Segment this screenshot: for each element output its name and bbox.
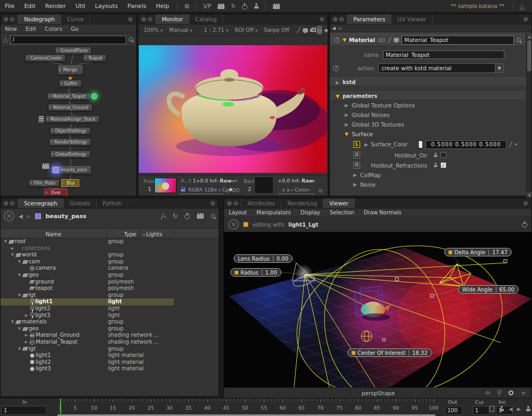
compare-icon[interactable]: ◈ (324, 26, 328, 34)
nodegraph-canvas[interactable]: GroundPlaneCameraCreateTeapotMergeGaffer… (1, 46, 136, 196)
monitor-tool-swipe-off[interactable]: Swipe Off (262, 27, 292, 33)
clear-back-icon[interactable]: ⊗ (318, 187, 323, 194)
link-icon[interactable] (378, 38, 385, 42)
monitor-tab-catalog[interactable]: Catalog (189, 14, 223, 24)
viewer-menu-layout[interactable]: Layout (224, 209, 252, 217)
scenegraph-tab-python[interactable]: Python (97, 198, 128, 208)
swap-icon[interactable]: ↔ (233, 178, 237, 184)
monitor-tool-roi-off[interactable]: ROI Off ▾ (232, 27, 260, 33)
clapper-icon[interactable] (218, 4, 225, 9)
pane-add-icon[interactable]: ⊕ (141, 15, 146, 23)
power-icon[interactable] (185, 213, 190, 219)
scenegraph-row-light2[interactable]: light2light (1, 305, 219, 312)
front-thumbnail[interactable] (154, 178, 177, 193)
warning-triangle-icon[interactable]: △ (513, 3, 525, 10)
viewer-tab-attributes[interactable]: Attributes (242, 198, 281, 208)
search-icon[interactable] (517, 38, 521, 43)
isolate-icon[interactable] (486, 392, 490, 394)
fit-view-icon[interactable]: ◇ (317, 26, 322, 34)
manipulator-pill-radius[interactable]: Radius1.00 (230, 268, 281, 277)
menu-file[interactable]: File (0, 0, 19, 13)
clear-scenegraph-icon[interactable] (4, 211, 14, 221)
viewer-menu-selection[interactable]: Selection (325, 209, 359, 217)
gear-icon[interactable]: ⚙ (184, 3, 190, 10)
close-icon[interactable]: ⊗ (520, 198, 531, 208)
scenegraph-row-teapot[interactable]: teapotpolymesh (1, 285, 219, 292)
nav-forward-icon[interactable]: ▶ (27, 213, 31, 219)
state-badge[interactable]: D (353, 152, 360, 159)
scrollbar[interactable]: ▲ ▼ (526, 34, 531, 198)
expand-icon[interactable]: ▶ (23, 312, 29, 319)
clear-front-icon[interactable]: ⊗ (225, 187, 230, 194)
scenegraph-row-root[interactable]: ▼rootgroup (1, 238, 219, 245)
scenegraph-row-light3[interactable]: light3light material (1, 365, 219, 372)
lock-icon[interactable] (181, 187, 185, 192)
param-group-global-texture-options[interactable]: ▶Global Texture Options (330, 101, 526, 110)
viewer-menu-draw-normals[interactable]: Draw Normals (359, 209, 406, 217)
menu-panels[interactable]: Panels (123, 0, 151, 13)
viewer-menu-manipulators[interactable]: Manipulators (252, 209, 296, 217)
pane-remove-icon[interactable]: ⊖ (10, 15, 15, 23)
pane-add-icon[interactable]: ⊕ (227, 199, 232, 207)
nav-forward-icon[interactable]: ▶ (339, 26, 343, 31)
menu-render[interactable]: Render (40, 0, 71, 13)
render-view[interactable] (139, 45, 327, 173)
expand-icon[interactable]: ▶ (345, 103, 348, 108)
refresh-icon[interactable]: ↻ (173, 213, 178, 220)
expand-icon[interactable]: ▶ (364, 142, 368, 147)
refresh-icon[interactable]: ↻ (231, 3, 236, 10)
light-pin-icon[interactable] (497, 390, 501, 396)
expand-icon[interactable]: ▶ (345, 122, 348, 127)
expand-icon[interactable]: ▶ (23, 339, 29, 346)
expand-icon[interactable]: ▼ (16, 292, 22, 299)
manipulator-pill-wide-angle[interactable]: Wide Angle65.00 (458, 285, 519, 294)
expand-icon[interactable]: ▼ (16, 259, 22, 265)
scenegraph-row-light2[interactable]: light2light material (1, 359, 219, 366)
pane-add-icon[interactable]: ⊕ (3, 199, 9, 207)
scenegraph-row-lgt[interactable]: ▼lgtgroup (1, 292, 219, 299)
param-group-noise[interactable]: ▶Noise (330, 180, 526, 189)
comment-icon[interactable] (394, 38, 399, 42)
state-badge[interactable]: D (353, 162, 360, 169)
expand-icon[interactable]: ▶ (10, 245, 15, 252)
scope-person-icon[interactable] (434, 153, 437, 157)
node-merge[interactable]: Merge (57, 64, 84, 75)
chevron-down-icon[interactable]: ▾ (515, 142, 517, 147)
prev-key-person-icon[interactable] (499, 406, 504, 412)
current-frame-marker[interactable] (60, 398, 61, 414)
pen-icon[interactable]: ╱ (509, 142, 512, 147)
param-group-global-3d-textures[interactable]: ▶Global 3D Textures (330, 120, 526, 129)
pane-add-icon[interactable]: ⊕ (332, 15, 338, 23)
expand-icon[interactable]: ▼ (345, 131, 348, 137)
scenegraph-row-cam[interactable]: ▼camgroup (1, 259, 219, 265)
nav-back-icon[interactable]: ◀ (332, 26, 336, 31)
node-rendersettings[interactable]: RenderSettings (49, 138, 91, 146)
expand-icon[interactable]: ▶ (353, 182, 357, 187)
pane-remove-icon[interactable]: ⊖ (339, 15, 344, 23)
nodegraph-menu-edit[interactable]: Edit (21, 24, 40, 33)
pen-icon[interactable]: ╱▾ (161, 213, 166, 219)
node-materialassign_stack[interactable]: MaterialAssign_Stack (45, 115, 100, 123)
parameters-section[interactable]: ▼ parameters (330, 91, 526, 101)
expand-icon[interactable]: ▶ (345, 112, 348, 118)
viewer-tab-renderlog[interactable]: RenderLog (281, 198, 323, 208)
scenegraph-row-ground[interactable]: groundpolymesh (1, 279, 219, 286)
expand-icon[interactable]: ▼ (16, 326, 22, 332)
scenegraph-column-header[interactable]: Name Type ▾ Lights (1, 230, 219, 238)
expand-icon[interactable]: ▼ (16, 272, 22, 279)
nodegraph-menu-go[interactable]: Go (66, 24, 83, 33)
pen-icon[interactable]: ╱ (297, 26, 301, 34)
help-icon[interactable]: ? (334, 37, 340, 43)
nodegraph-menu-colors[interactable]: Colors (40, 24, 66, 33)
pane-add-icon[interactable]: ⊕ (3, 15, 9, 23)
nav-back-icon[interactable]: ◀ (19, 213, 23, 219)
scenegraph-tab-globals[interactable]: Globals (64, 198, 97, 208)
back-thumbnail[interactable] (254, 177, 273, 194)
scenegraph-tab-scenegraph[interactable]: Scenegraph (18, 198, 64, 208)
search-icon[interactable] (129, 37, 134, 42)
pane-remove-icon[interactable]: ⊖ (233, 199, 238, 207)
search-icon[interactable] (211, 214, 215, 219)
manipulator-pill-lens-radius[interactable]: Lens Radius0.00 (234, 254, 293, 263)
node-globalsettings[interactable]: GlobalSettings (50, 151, 90, 158)
scenegraph-row-material_ground[interactable]: ▶Material_Groundshading network ... (1, 332, 219, 339)
